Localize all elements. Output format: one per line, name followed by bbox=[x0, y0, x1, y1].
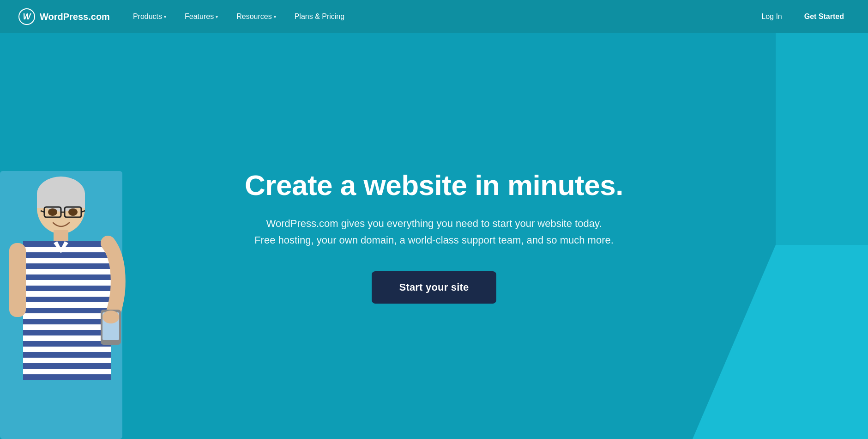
svg-rect-20 bbox=[23, 319, 111, 324]
hero-subtitle: WordPress.com gives you everything you n… bbox=[245, 215, 623, 248]
svg-rect-14 bbox=[23, 252, 111, 258]
chevron-down-icon: ▾ bbox=[216, 14, 218, 19]
brand-logo[interactable]: W WordPress.com bbox=[18, 8, 110, 25]
svg-rect-24 bbox=[23, 363, 111, 369]
chevron-down-icon: ▾ bbox=[274, 14, 276, 19]
svg-rect-25 bbox=[23, 374, 111, 380]
deco-block-tall bbox=[776, 33, 868, 439]
deco-block-angled bbox=[693, 245, 868, 439]
nav-item-features[interactable]: Features ▾ bbox=[175, 0, 227, 33]
hero-person-illustration bbox=[0, 125, 134, 439]
svg-rect-3 bbox=[37, 193, 85, 208]
hero-content: Create a website in minutes. WordPress.c… bbox=[226, 169, 642, 304]
navbar: W WordPress.com Products ▾ Features ▾ Re… bbox=[0, 0, 868, 33]
svg-rect-15 bbox=[23, 263, 111, 269]
hero-deco-right bbox=[693, 33, 868, 439]
svg-rect-22 bbox=[23, 341, 111, 347]
svg-rect-21 bbox=[23, 330, 111, 335]
svg-rect-19 bbox=[23, 308, 111, 313]
navbar-actions: Log In Get Started bbox=[756, 9, 850, 24]
start-site-button[interactable]: Start your site bbox=[372, 271, 497, 304]
nav-item-products[interactable]: Products ▾ bbox=[124, 0, 175, 33]
chevron-down-icon: ▾ bbox=[164, 14, 166, 19]
nav-item-plans[interactable]: Plans & Pricing bbox=[285, 0, 354, 33]
login-button[interactable]: Log In bbox=[756, 9, 787, 24]
svg-rect-17 bbox=[23, 286, 111, 291]
svg-point-29 bbox=[102, 311, 119, 323]
hero-section: Create a website in minutes. WordPress.c… bbox=[0, 0, 868, 439]
svg-rect-11 bbox=[54, 230, 68, 243]
person-svg bbox=[0, 125, 134, 439]
hero-title: Create a website in minutes. bbox=[245, 169, 623, 201]
svg-point-9 bbox=[48, 208, 57, 216]
svg-rect-18 bbox=[23, 297, 111, 302]
nav-item-resources[interactable]: Resources ▾ bbox=[227, 0, 285, 33]
brand-name: WordPress.com bbox=[40, 12, 110, 22]
svg-point-10 bbox=[68, 208, 78, 216]
get-started-button[interactable]: Get Started bbox=[799, 9, 850, 24]
svg-rect-23 bbox=[23, 352, 111, 358]
svg-rect-16 bbox=[23, 274, 111, 280]
nav-menu: Products ▾ Features ▾ Resources ▾ Plans … bbox=[124, 0, 756, 33]
svg-rect-26 bbox=[9, 243, 26, 317]
wp-logo-icon: W bbox=[18, 8, 35, 25]
